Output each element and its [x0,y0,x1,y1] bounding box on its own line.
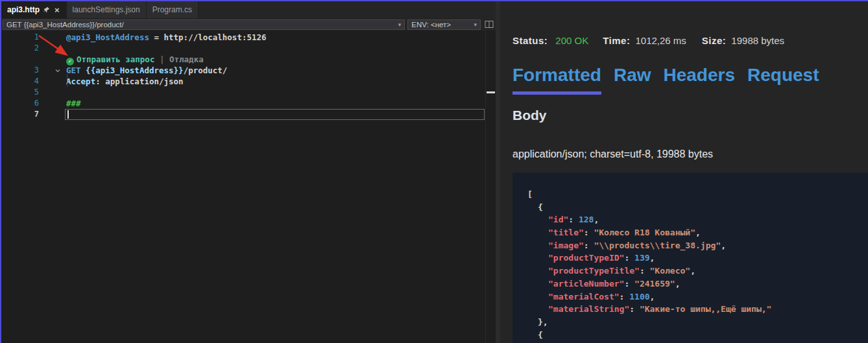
fold-gutter [39,76,66,87]
doc-tab-launchsettings-json[interactable]: launchSettings.json [67,1,147,18]
code-token: Accept [66,77,95,86]
json-token: : [620,292,630,302]
json-line: "materialCost": 1100, [527,290,868,303]
doc-tab-api3-http[interactable]: api3.http× [1,1,67,18]
json-token: : [584,241,594,250]
json-token: 128 [579,215,594,224]
json-token: "materialString" [548,304,629,314]
json-token: , [690,266,695,276]
response-pane: Status:200 OKTime:1012,26 msSize:19988 b… [500,1,868,343]
line-content [66,43,485,54]
response-body-json[interactable]: [{"id": 128,"title": "Колесо R18 Кованый… [512,172,868,343]
json-line: "image": "\\products\\tire_38.jpg", [527,239,868,252]
response-status-row: Status:200 OKTime:1012,26 msSize:19988 b… [512,35,784,46]
line-number: 2 [1,43,39,54]
editor-pane: api3.http×launchSettings.jsonProgram.cs … [1,1,496,343]
json-line: "productTypeTitle": "Колесо", [527,265,868,278]
fold-gutter [39,87,66,98]
response-tab-raw[interactable]: Raw [614,65,651,95]
line-number: 6 [1,98,39,109]
response-tab-formatted[interactable]: Formatted [512,65,601,95]
status-label: Status: [512,35,548,46]
request-selector[interactable]: GET {{api3_HostAddress}}/product/ ▾ [3,19,405,30]
json-token: "Какие-то шипы,,Ещё шипы," [640,304,772,314]
current-line-border [65,109,485,120]
fold-scope-guide [67,74,67,87]
editor-line[interactable]: 1@api3_HostAddress = http://localhost:51… [1,32,485,43]
editor-vertical-scrollbar[interactable] [485,30,496,343]
split-editor-icon[interactable] [483,19,494,30]
vs-window: api3.http×launchSettings.jsonProgram.cs … [0,0,868,343]
json-token: "Колесо R18 Кованый" [594,228,695,237]
time-value: 1012,26 ms [635,35,686,46]
json-token: "241659" [634,279,675,289]
request-selector-value: GET {{api3_HostAddress}}/product/ [6,21,124,29]
response-tab-headers[interactable]: Headers [663,65,735,95]
fold-chevron-icon[interactable] [39,65,66,76]
json-token: : [629,304,640,314]
json-token: 1100 [629,292,649,302]
environment-selector[interactable]: ENV: <нет> ▾ [407,19,481,30]
fold-gutter [39,54,66,65]
json-token: : [624,253,634,263]
json-token: : [624,279,634,289]
editor-line[interactable]: 4Accept: application/json [1,76,485,87]
line-number: 7 [1,109,39,120]
line-number: 4 [1,76,39,87]
json-token: , [650,253,655,263]
line-content: Accept: application/json [66,76,485,87]
code-token: @api3_HostAddress [66,32,149,42]
editor-line[interactable]: 6### [1,98,485,109]
editor-code-area[interactable]: 1@api3_HostAddress = http://localhost:51… [1,32,485,343]
editor-line[interactable]: 2 [1,43,485,54]
code-token: GET [66,65,86,75]
line-content: ### [66,98,485,109]
json-token: "articleNumber" [548,279,624,289]
doc-tab-label: api3.http [7,5,40,14]
json-token: : [568,215,579,224]
json-token: "productTypeID" [548,253,624,263]
json-token: { [538,330,543,340]
code-token: application/json [105,77,183,86]
json-token: : [584,228,594,237]
json-token: "title" [548,228,584,237]
editor-line[interactable]: 7 [1,109,485,120]
fold-gutter [39,32,66,43]
json-line: }, [527,316,868,329]
text-cursor [67,110,69,119]
json-line: { [527,329,868,342]
line-number: 5 [1,87,39,98]
codelens-send-request-link[interactable]: Отправить запрос [77,54,154,64]
code-token: {{api3_HostAddress}} [86,65,184,75]
json-token: { [538,202,543,212]
codelens-debug-link[interactable]: Отладка [169,54,204,64]
json-token: "productTypeTitle" [548,266,640,276]
json-token: "materialCost" [548,292,620,302]
response-tab-request[interactable]: Request [747,65,819,95]
json-token: , [675,279,681,289]
json-line: { [527,201,868,214]
fold-gutter [39,109,66,120]
codelens-row[interactable]: ✓Отправить запрос | Отладка [1,54,485,65]
doc-tab-program-cs[interactable]: Program.cs [147,1,199,18]
line-content: @api3_HostAddress = http://localhost:512… [66,32,485,43]
json-token: "\\products\\tire_38.jpg" [594,241,721,250]
pin-icon[interactable] [43,6,50,13]
close-icon[interactable]: × [54,6,60,14]
line-content [66,87,485,98]
json-token: "Колесо" [650,266,691,276]
send-request-check-icon[interactable]: ✓ [66,58,74,65]
json-token: , [594,215,599,224]
line-number: 3 [1,65,39,76]
pane-splitter[interactable] [496,1,500,343]
json-token: : [640,266,650,276]
body-heading: Body [512,108,547,123]
json-line: "productTypeID": 139, [527,252,868,265]
document-tabbar: api3.http×launchSettings.jsonProgram.cs [1,1,496,18]
editor-line[interactable]: 3GET {{api3_HostAddress}}/product/ [1,65,485,76]
code-token: ### [66,99,81,108]
json-line: [ [527,188,868,201]
code-token: /product/ [184,65,228,75]
editor-line[interactable]: 5 [1,87,485,98]
scrollbar-marker [487,91,495,93]
